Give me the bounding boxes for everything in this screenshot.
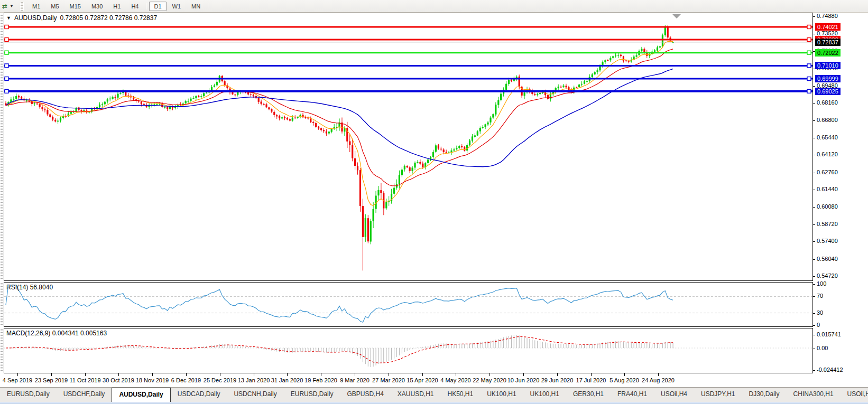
- date-tick: [355, 373, 355, 376]
- chart-collapse-icon[interactable]: ▼: [6, 15, 11, 21]
- rsi-tick-label: 30: [813, 309, 823, 316]
- chart-tab-usoil[interactable]: USOil,H1: [841, 388, 868, 402]
- chart-tab-usdcad[interactable]: USDCAD,Daily: [171, 388, 227, 402]
- horizontal-lines[interactable]: [4, 25, 812, 93]
- macd-panel-grip[interactable]: [1, 329, 3, 372]
- chart-tab-china300[interactable]: CHINA300,H1: [787, 388, 841, 402]
- date-tick: [422, 373, 423, 376]
- date-tick: [557, 373, 558, 376]
- chart-tab-usdjpy[interactable]: USDJPY,H1: [694, 388, 742, 402]
- price-tick-label: 0.74880: [813, 13, 838, 20]
- chart-tab-uk100[interactable]: UK100,H1: [480, 388, 523, 402]
- toolbar-separator: [146, 3, 146, 10]
- toolbar-drag-handle[interactable]: [20, 2, 24, 11]
- timeframe-button-d1[interactable]: D1: [149, 2, 166, 11]
- chart-tab-gbpusd[interactable]: GBPUSD,H4: [340, 388, 390, 402]
- price-tick-label: 0.66800: [813, 117, 838, 124]
- chart-title: ▼ AUDUSD,Daily 0.72805 0.72872 0.72786 0…: [6, 14, 157, 22]
- date-tick: [287, 373, 288, 376]
- chart-tab-dj30[interactable]: DJ30,Daily: [742, 388, 787, 402]
- chart-tab-xauusd[interactable]: XAUUSD,H1: [391, 388, 441, 402]
- price-tick-label: 0.54720: [813, 273, 838, 279]
- macd-histogram: [6, 335, 673, 368]
- date-tick: [658, 373, 659, 376]
- macd-panel[interactable]: MACD(12,26,9) 0.004341 0.005163: [4, 328, 813, 373]
- rsi-panel[interactable]: RSI(14) 56.8040: [4, 282, 813, 327]
- price-tick-label: 0.68160: [813, 99, 838, 106]
- timeframe-button-mn[interactable]: MN: [187, 2, 205, 11]
- date-tick: [591, 373, 592, 376]
- price-chart-panel[interactable]: ▼ AUDUSD,Daily 0.72805 0.72872 0.72786 0…: [4, 13, 813, 281]
- timeframe-toolbar: ⇄ ▼ M1M5M15M30H1H4D1W1MN: [0, 0, 868, 13]
- rsi-label: RSI(14) 56.8040: [6, 284, 53, 291]
- macd-tick-label: 0.015741: [813, 331, 841, 338]
- candlestick-chart[interactable]: [4, 13, 812, 280]
- chart-tab-usdcnh[interactable]: USDCNH,Daily: [227, 388, 283, 402]
- hline-price-badge: 0.69025: [815, 88, 841, 95]
- date-axis[interactable]: 4 Sep 201923 Sep 201911 Oct 201930 Oct 2…: [4, 373, 813, 386]
- chart-tab-hk50[interactable]: HK50,H1: [441, 388, 481, 402]
- price-tick-label: 0.61440: [813, 186, 838, 193]
- date-tick: [220, 373, 220, 376]
- chart-tab-bar: EURUSD,DailyUSDCHF,DailyAUDUSD,DailyUSDC…: [0, 387, 868, 402]
- mt4-window: ⇄ ▼ M1M5M15M30H1H4D1W1MN ▼ AUDUSD,Daily …: [0, 0, 868, 404]
- chart-arrange-dropdown-icon[interactable]: ▼: [10, 4, 14, 8]
- chart-tab-audusd[interactable]: AUDUSD,Daily: [112, 388, 170, 402]
- hline-price-badge: 0.71010: [815, 62, 841, 69]
- status-bar-edge: [0, 402, 868, 404]
- macd-tick-label: 0.00: [813, 345, 828, 352]
- macd-tick-label: -0.024412: [813, 367, 843, 373]
- hline-price-badge: 0.69999: [815, 75, 841, 82]
- date-tick: [85, 373, 86, 376]
- price-tick-label: 0.62760: [813, 169, 838, 176]
- price-tick-label: 0.57400: [813, 238, 838, 245]
- date-label: 24 Aug 2020: [634, 377, 682, 383]
- timeframe-button-m30[interactable]: M30: [87, 2, 107, 11]
- date-tick: [624, 373, 625, 376]
- timeframe-buttons: M1M5M15M30H1H4D1W1MN: [27, 3, 210, 10]
- price-tick-label: 0.56040: [813, 256, 838, 262]
- chart-tab-fra40[interactable]: FRA40,H1: [611, 388, 654, 402]
- price-tick-label: 0.58720: [813, 221, 838, 228]
- rsi-tick-label: 0: [813, 322, 820, 328]
- chart-tab-eurusd[interactable]: EURUSD,Daily: [0, 388, 57, 402]
- current-price-badge: 0.72837: [815, 39, 841, 46]
- hline-price-badge: 0.74021: [815, 23, 841, 31]
- rsi-tick-label: 100: [813, 280, 826, 287]
- toolbar-separator: [208, 3, 208, 10]
- chart-tab-ger30[interactable]: GER30,H1: [566, 388, 611, 402]
- price-tick-label: 0.60080: [813, 203, 838, 210]
- date-tick: [523, 373, 524, 376]
- hline-price-badge: 0.72022: [815, 49, 841, 57]
- date-tick: [186, 373, 187, 376]
- rsi-plot: [4, 283, 812, 326]
- chart-shift-marker-icon[interactable]: [672, 14, 681, 18]
- candles: [5, 25, 673, 270]
- date-tick: [254, 373, 254, 376]
- chart-tab-eurusd[interactable]: EURUSD,Daily: [284, 388, 340, 402]
- chart-symbol-period: AUDUSD,Daily: [14, 14, 57, 22]
- price-tick-label: 0.64120: [813, 151, 838, 158]
- rsi-tick-label: 70: [813, 293, 823, 299]
- price-axis[interactable]: 0.748800.735200.721600.708400.694800.681…: [813, 13, 868, 373]
- timeframe-button-m15[interactable]: M15: [65, 2, 86, 11]
- timeframe-button-w1[interactable]: W1: [168, 2, 186, 11]
- main-panel-grip[interactable]: [1, 14, 3, 279]
- chart-arrange-icon[interactable]: ⇄: [2, 3, 7, 10]
- timeframe-button-h4[interactable]: H4: [126, 2, 143, 11]
- date-tick: [490, 373, 490, 376]
- date-tick: [152, 373, 153, 376]
- date-tick: [456, 373, 456, 376]
- rsi-panel-grip[interactable]: [1, 283, 3, 325]
- macd-label: MACD(12,26,9) 0.004341 0.005163: [6, 330, 107, 337]
- chart-tab-usoil[interactable]: USOil,H4: [654, 388, 694, 402]
- price-tick-label: 0.65440: [813, 134, 838, 141]
- date-tick: [389, 373, 389, 376]
- timeframe-button-h1[interactable]: H1: [108, 2, 125, 11]
- timeframe-button-m5[interactable]: M5: [46, 2, 63, 11]
- date-tick: [321, 373, 321, 376]
- chart-tab-uk100[interactable]: UK100,H1: [523, 388, 566, 402]
- date-tick: [17, 373, 18, 376]
- timeframe-button-m1[interactable]: M1: [27, 2, 45, 11]
- chart-tab-usdchf[interactable]: USDCHF,Daily: [57, 388, 112, 402]
